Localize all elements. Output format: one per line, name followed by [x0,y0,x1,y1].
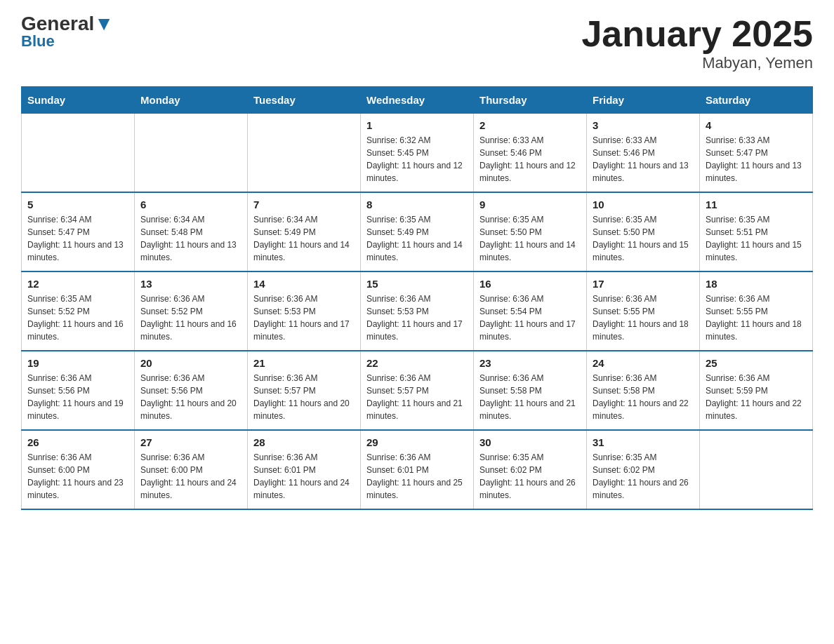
calendar-cell: 21Sunrise: 6:36 AMSunset: 5:57 PMDayligh… [248,351,361,430]
calendar-cell: 3Sunrise: 6:33 AMSunset: 5:46 PMDaylight… [587,114,700,193]
day-number: 7 [253,199,355,210]
day-number: 2 [479,119,581,131]
calendar-week-row: 19Sunrise: 6:36 AMSunset: 5:56 PMDayligh… [22,351,813,430]
calendar-day-header: Sunday [22,87,135,114]
day-number: 14 [253,278,355,290]
day-number: 21 [253,357,355,369]
calendar-cell: 26Sunrise: 6:36 AMSunset: 6:00 PMDayligh… [22,430,135,509]
day-number: 6 [140,199,241,210]
calendar-day-header: Wednesday [361,87,474,114]
calendar-cell: 31Sunrise: 6:35 AMSunset: 6:02 PMDayligh… [587,430,700,509]
day-number: 1 [366,119,468,131]
day-info: Sunrise: 6:36 AMSunset: 5:57 PMDaylight:… [366,372,468,422]
day-number: 23 [479,357,581,369]
day-info: Sunrise: 6:36 AMSunset: 5:53 PMDaylight:… [366,293,468,343]
logo-blue: Blue [21,32,55,51]
day-info: Sunrise: 6:36 AMSunset: 6:00 PMDaylight:… [140,451,241,502]
calendar-cell: 15Sunrise: 6:36 AMSunset: 5:53 PMDayligh… [361,271,474,351]
day-info: Sunrise: 6:36 AMSunset: 5:59 PMDaylight:… [706,372,807,422]
calendar-cell: 10Sunrise: 6:35 AMSunset: 5:50 PMDayligh… [587,192,700,271]
day-number: 5 [27,199,128,210]
calendar-cell [135,114,248,193]
calendar-day-header: Thursday [474,87,587,114]
logo-arrow-icon: ▼ [94,13,114,34]
calendar-cell: 13Sunrise: 6:36 AMSunset: 5:52 PMDayligh… [135,271,248,351]
day-number: 3 [593,119,694,131]
day-info: Sunrise: 6:33 AMSunset: 5:46 PMDaylight:… [479,134,581,185]
calendar-header-row: SundayMondayTuesdayWednesdayThursdayFrid… [22,87,813,114]
calendar-day-header: Monday [135,87,248,114]
calendar-day-header: Friday [587,87,700,114]
day-number: 18 [706,278,807,290]
day-number: 28 [253,436,355,448]
calendar-cell: 9Sunrise: 6:35 AMSunset: 5:50 PMDaylight… [474,192,587,271]
day-number: 12 [27,278,128,290]
calendar-cell: 27Sunrise: 6:36 AMSunset: 6:00 PMDayligh… [135,430,248,509]
calendar-cell: 7Sunrise: 6:34 AMSunset: 5:49 PMDaylight… [248,192,361,271]
calendar-cell: 29Sunrise: 6:36 AMSunset: 6:01 PMDayligh… [361,430,474,509]
day-number: 15 [366,278,468,290]
calendar-cell: 8Sunrise: 6:35 AMSunset: 5:49 PMDaylight… [361,192,474,271]
calendar-cell: 16Sunrise: 6:36 AMSunset: 5:54 PMDayligh… [474,271,587,351]
day-number: 25 [706,357,807,369]
day-number: 11 [706,199,807,210]
calendar-cell: 25Sunrise: 6:36 AMSunset: 5:59 PMDayligh… [700,351,813,430]
day-info: Sunrise: 6:36 AMSunset: 5:56 PMDaylight:… [140,372,241,422]
day-info: Sunrise: 6:36 AMSunset: 6:01 PMDaylight:… [253,451,355,502]
day-number: 9 [479,199,581,210]
day-info: Sunrise: 6:33 AMSunset: 5:47 PMDaylight:… [706,134,807,185]
calendar-cell: 24Sunrise: 6:36 AMSunset: 5:58 PMDayligh… [587,351,700,430]
calendar-cell: 30Sunrise: 6:35 AMSunset: 6:02 PMDayligh… [474,430,587,509]
day-number: 31 [593,436,694,448]
day-number: 29 [366,436,468,448]
calendar-cell: 23Sunrise: 6:36 AMSunset: 5:58 PMDayligh… [474,351,587,430]
day-info: Sunrise: 6:36 AMSunset: 5:58 PMDaylight:… [479,372,581,422]
day-info: Sunrise: 6:35 AMSunset: 6:02 PMDaylight:… [479,451,581,502]
day-info: Sunrise: 6:35 AMSunset: 5:52 PMDaylight:… [27,293,128,343]
day-info: Sunrise: 6:36 AMSunset: 5:58 PMDaylight:… [593,372,694,422]
day-number: 16 [479,278,581,290]
calendar-cell [248,114,361,193]
calendar-cell: 1Sunrise: 6:32 AMSunset: 5:45 PMDaylight… [361,114,474,193]
calendar-day-header: Saturday [700,87,813,114]
calendar-cell: 28Sunrise: 6:36 AMSunset: 6:01 PMDayligh… [248,430,361,509]
calendar-cell: 11Sunrise: 6:35 AMSunset: 5:51 PMDayligh… [700,192,813,271]
calendar-cell: 4Sunrise: 6:33 AMSunset: 5:47 PMDaylight… [700,114,813,193]
calendar-table: SundayMondayTuesdayWednesdayThursdayFrid… [21,86,813,510]
calendar-cell: 2Sunrise: 6:33 AMSunset: 5:46 PMDaylight… [474,114,587,193]
day-info: Sunrise: 6:34 AMSunset: 5:48 PMDaylight:… [140,213,241,264]
day-number: 22 [366,357,468,369]
logo-general: General▼ [21,14,114,34]
day-number: 17 [593,278,694,290]
calendar-week-row: 5Sunrise: 6:34 AMSunset: 5:47 PMDaylight… [22,192,813,271]
day-number: 19 [27,357,128,369]
title-block: January 2025 Mabyan, Yemen [581,14,813,72]
day-info: Sunrise: 6:35 AMSunset: 5:50 PMDaylight:… [593,213,694,264]
day-info: Sunrise: 6:36 AMSunset: 6:00 PMDaylight:… [27,451,128,502]
calendar-cell: 5Sunrise: 6:34 AMSunset: 5:47 PMDaylight… [22,192,135,271]
calendar-cell: 14Sunrise: 6:36 AMSunset: 5:53 PMDayligh… [248,271,361,351]
page-title: January 2025 [581,14,813,54]
day-info: Sunrise: 6:36 AMSunset: 5:57 PMDaylight:… [253,372,355,422]
day-number: 30 [479,436,581,448]
day-number: 8 [366,199,468,210]
day-info: Sunrise: 6:35 AMSunset: 6:02 PMDaylight:… [593,451,694,502]
calendar-cell: 12Sunrise: 6:35 AMSunset: 5:52 PMDayligh… [22,271,135,351]
page-header: General▼ Blue January 2025 Mabyan, Yemen [21,14,813,72]
day-info: Sunrise: 6:36 AMSunset: 5:56 PMDaylight:… [27,372,128,422]
day-info: Sunrise: 6:36 AMSunset: 5:54 PMDaylight:… [479,293,581,343]
day-info: Sunrise: 6:35 AMSunset: 5:50 PMDaylight:… [479,213,581,264]
page-subtitle: Mabyan, Yemen [581,54,813,72]
calendar-cell [22,114,135,193]
day-number: 10 [593,199,694,210]
day-info: Sunrise: 6:35 AMSunset: 5:51 PMDaylight:… [706,213,807,264]
calendar-day-header: Tuesday [248,87,361,114]
day-info: Sunrise: 6:32 AMSunset: 5:45 PMDaylight:… [366,134,468,185]
calendar-week-row: 26Sunrise: 6:36 AMSunset: 6:00 PMDayligh… [22,430,813,509]
day-info: Sunrise: 6:34 AMSunset: 5:49 PMDaylight:… [253,213,355,264]
day-info: Sunrise: 6:33 AMSunset: 5:46 PMDaylight:… [593,134,694,185]
day-number: 13 [140,278,241,290]
day-number: 4 [706,119,807,131]
calendar-cell [700,430,813,509]
day-info: Sunrise: 6:35 AMSunset: 5:49 PMDaylight:… [366,213,468,264]
